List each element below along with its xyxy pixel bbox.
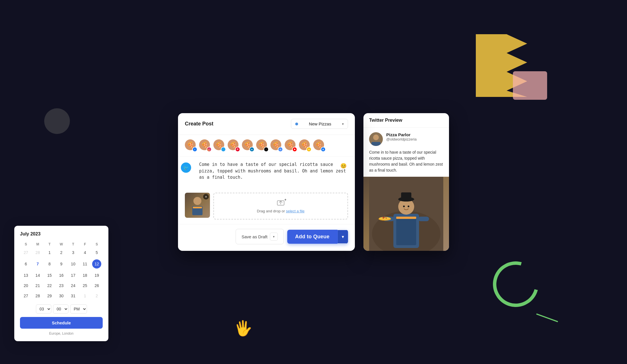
calendar-day-15[interactable]: 15 bbox=[44, 270, 55, 280]
day-header-sun: S bbox=[20, 241, 32, 247]
social-avatar-ga[interactable]: 🍕 G bbox=[299, 139, 312, 152]
time-selectors: 03 01020405 06070809 101112 00 153045 PM… bbox=[20, 304, 103, 314]
buffer-badge: B bbox=[321, 147, 326, 152]
day-header-mon: M bbox=[32, 241, 43, 247]
calendar-day-9[interactable]: 9 bbox=[55, 258, 67, 270]
upload-icon: + bbox=[277, 199, 285, 207]
day-header-fri: F bbox=[79, 241, 91, 247]
select-file-link[interactable]: select a file bbox=[286, 209, 304, 213]
calendar-day-4[interactable]: 4 bbox=[79, 247, 91, 258]
twitter-badge: 🐦 bbox=[221, 147, 226, 152]
action-bar: Save as Draft ▾ Add to Queue ▾ bbox=[178, 224, 355, 249]
svg-point-22 bbox=[384, 216, 386, 218]
linkedin-badge: in bbox=[249, 147, 254, 152]
twitter-bird-icon: 🐦 bbox=[183, 165, 189, 170]
pinterest-badge: P bbox=[235, 147, 240, 152]
create-post-title: Create Post bbox=[185, 121, 213, 127]
calendar-day-21[interactable]: 21 bbox=[32, 280, 43, 291]
svg-rect-12 bbox=[396, 217, 416, 219]
calendar-day-12[interactable]: 12 bbox=[91, 258, 103, 270]
decoration-pink bbox=[513, 71, 547, 100]
calendar-day-11[interactable]: 11 bbox=[79, 258, 91, 270]
day-header-tue: T bbox=[44, 241, 55, 247]
calendar-day-2[interactable]: 2 bbox=[55, 247, 67, 258]
twitter-preview-info: Pizza Parlor @oldworldpizzeria bbox=[386, 132, 443, 141]
profile-name: New Pizzas bbox=[309, 121, 331, 126]
calendar-day-25[interactable]: 25 bbox=[79, 280, 91, 291]
twitter-preview-panel: Twitter Preview Pizza Parlor @oldworldpi… bbox=[363, 113, 449, 251]
calendar-day-27-prev[interactable]: 27 bbox=[20, 247, 32, 258]
calendar-week-1: 27 28 1 2 3 4 5 bbox=[20, 247, 103, 258]
uploaded-image: ✕ bbox=[185, 193, 210, 218]
add-to-queue-button[interactable]: Add to Queue bbox=[287, 230, 337, 244]
post-content-area: 🐦 Come in to have a taste of our special… bbox=[178, 157, 355, 193]
calendar-day-14[interactable]: 14 bbox=[32, 270, 43, 280]
save-draft-button[interactable]: Save as Draft ▾ bbox=[236, 229, 284, 244]
remove-image-button[interactable]: ✕ bbox=[203, 194, 209, 200]
calendar-day-13[interactable]: 13 bbox=[20, 270, 32, 280]
svg-point-0 bbox=[193, 197, 201, 205]
twitter-preview-profile: Pizza Parlor @oldworldpizzeria bbox=[363, 128, 449, 149]
instagram-badge: ◻ bbox=[207, 147, 212, 152]
svg-rect-17 bbox=[418, 217, 429, 221]
ampm-selector[interactable]: PM AM bbox=[70, 304, 87, 314]
calendar-day-30[interactable]: 30 bbox=[55, 291, 67, 301]
calendar-day-28-prev[interactable]: 28 bbox=[32, 247, 43, 258]
calendar-day-2-next[interactable]: 2 bbox=[91, 291, 103, 301]
calendar-day-3[interactable]: 3 bbox=[67, 247, 79, 258]
drag-drop-text: Drag and drop or select a file bbox=[257, 209, 305, 213]
calendar-day-22[interactable]: 22 bbox=[44, 280, 55, 291]
schedule-button[interactable]: Schedule bbox=[20, 317, 103, 329]
calendar-day-18[interactable]: 18 bbox=[79, 270, 91, 280]
google-badge: G bbox=[278, 147, 283, 152]
calendar-day-29[interactable]: 29 bbox=[44, 291, 55, 301]
svg-rect-2 bbox=[193, 207, 202, 208]
calendar-day-19[interactable]: 19 bbox=[91, 270, 103, 280]
chevron-down-icon: ▾ bbox=[342, 122, 344, 126]
post-textarea[interactable]: Come in to have a taste of our special r… bbox=[199, 161, 348, 187]
calendar-day-1-next[interactable]: 1 bbox=[79, 291, 91, 301]
add-queue-dropdown-button[interactable]: ▾ bbox=[337, 230, 348, 243]
calendar-day-16[interactable]: 16 bbox=[55, 270, 67, 280]
hour-selector[interactable]: 03 01020405 06070809 101112 bbox=[36, 304, 51, 314]
calendar-day-6[interactable]: 6 bbox=[20, 258, 32, 270]
social-avatar-fb[interactable]: 🍕 f bbox=[185, 139, 197, 152]
calendar-day-10[interactable]: 10 bbox=[67, 258, 79, 270]
calendar-day-7[interactable]: 7 bbox=[32, 258, 43, 270]
calendar-week-5: 27 28 29 30 31 1 2 bbox=[20, 291, 103, 301]
facebook-badge: f bbox=[192, 147, 197, 152]
social-avatar-li[interactable]: 🍕 in bbox=[242, 139, 254, 152]
calendar-week-3: 13 14 15 16 17 18 19 bbox=[20, 270, 103, 280]
calendar-day-31[interactable]: 31 bbox=[67, 291, 79, 301]
social-avatar-pi[interactable]: 🍕 P bbox=[228, 139, 240, 152]
calendar-day-26[interactable]: 26 bbox=[91, 280, 103, 291]
calendar-day-1[interactable]: 1 bbox=[44, 247, 55, 258]
twitter-preview-header: Twitter Preview bbox=[363, 113, 449, 128]
minute-selector[interactable]: 00 153045 bbox=[53, 304, 68, 314]
calendar-day-28[interactable]: 28 bbox=[32, 291, 43, 301]
save-draft-label: Save as Draft bbox=[242, 234, 268, 239]
social-avatar-tt[interactable]: 🍕 ♪ bbox=[256, 139, 269, 152]
calendar-day-8[interactable]: 8 bbox=[44, 258, 55, 270]
twitter-preview-name: Pizza Parlor bbox=[386, 132, 443, 137]
calendar-day-23[interactable]: 23 bbox=[55, 280, 67, 291]
emoji-button[interactable]: 😊 bbox=[339, 161, 348, 170]
media-area: ✕ + Drag and drop or select a file bbox=[178, 193, 355, 224]
social-avatar-bi[interactable]: 🍕 B bbox=[313, 139, 326, 152]
calendar-day-20[interactable]: 20 bbox=[20, 280, 32, 291]
social-avatar-tw[interactable]: 🍕 🐦 bbox=[213, 139, 226, 152]
calendar-day-5[interactable]: 5 bbox=[91, 247, 103, 258]
social-avatar-gb[interactable]: 🍕 G bbox=[270, 139, 283, 152]
social-avatar-ig[interactable]: 🍕 ◻ bbox=[199, 139, 212, 152]
calendar-day-24[interactable]: 24 bbox=[67, 280, 79, 291]
drag-drop-zone[interactable]: + Drag and drop or select a file bbox=[213, 193, 348, 219]
calendar-day-17[interactable]: 17 bbox=[67, 270, 79, 280]
social-avatar-yt[interactable]: 🍕 ▶ bbox=[285, 139, 297, 152]
calendar-week-4: 20 21 22 23 24 25 26 bbox=[20, 280, 103, 291]
add-queue-button-group: Add to Queue ▾ bbox=[287, 230, 348, 244]
main-wrapper: Create Post New Pizzas ▾ 🍕 f 🍕 ◻ 🍕 🐦 bbox=[178, 113, 449, 251]
calendar-day-27[interactable]: 27 bbox=[20, 291, 32, 301]
calendar-month: July 2023 bbox=[20, 231, 103, 237]
profile-selector[interactable]: New Pizzas ▾ bbox=[291, 119, 348, 129]
timezone-label: Europe, London bbox=[20, 332, 103, 335]
